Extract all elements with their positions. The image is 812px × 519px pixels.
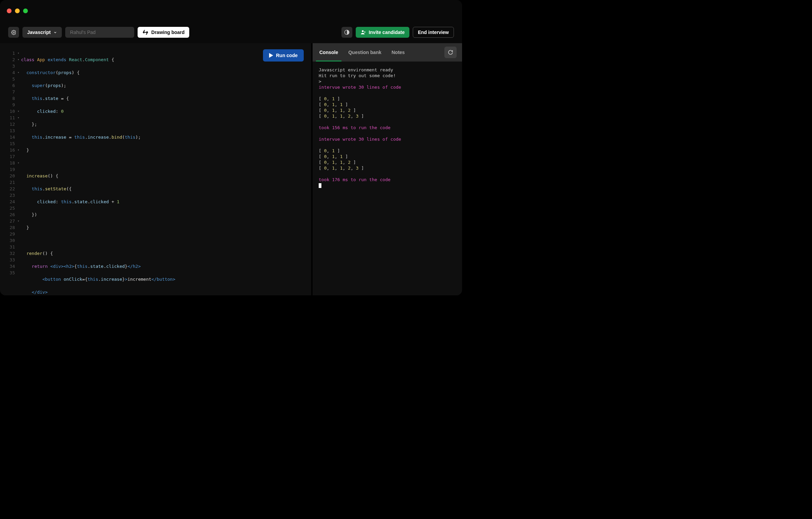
person-add-icon <box>360 30 366 35</box>
minimize-traffic-light[interactable] <box>15 8 20 13</box>
tab-question-bank[interactable]: Question bank <box>347 43 383 62</box>
language-label: Javascript <box>27 30 51 35</box>
svg-point-0 <box>13 32 14 33</box>
drawing-board-button[interactable]: Drawing board <box>138 27 189 38</box>
contrast-icon <box>344 30 350 35</box>
swap-icon <box>142 29 148 35</box>
invite-label: Invite candidate <box>369 30 405 35</box>
code-editor[interactable]: class App extends React.Component { cons… <box>16 43 311 295</box>
pad-name-input[interactable] <box>65 27 134 38</box>
drawing-board-label: Drawing board <box>151 30 184 35</box>
line-gutter: 1234567891011121314151617181920212223242… <box>0 43 16 295</box>
theme-toggle[interactable] <box>341 27 352 38</box>
console-output[interactable]: Javascript environment ready Hit run to … <box>313 62 462 295</box>
chevron-down-icon <box>53 31 57 34</box>
gear-icon <box>11 30 16 35</box>
end-interview-button[interactable]: End interview <box>413 27 454 38</box>
maximize-traffic-light[interactable] <box>23 8 28 13</box>
tab-console[interactable]: Console <box>318 43 339 62</box>
editor-pane: 1234567891011121314151617181920212223242… <box>0 43 311 295</box>
play-icon <box>269 53 273 58</box>
close-traffic-light[interactable] <box>7 8 12 13</box>
toolbar: Javascript Drawing board Invite candidat… <box>0 21 462 43</box>
settings-button[interactable] <box>8 27 19 38</box>
run-code-button[interactable]: Run code <box>263 49 304 62</box>
invite-candidate-button[interactable]: Invite candidate <box>356 27 409 38</box>
language-selector[interactable]: Javascript <box>22 27 62 38</box>
end-label: End interview <box>418 30 449 35</box>
output-pane: Console Question bank Notes Javascript e… <box>311 43 462 295</box>
svg-marker-3 <box>269 53 273 58</box>
refresh-icon <box>448 50 453 55</box>
output-tabs: Console Question bank Notes <box>313 43 462 62</box>
svg-point-2 <box>362 30 364 32</box>
refresh-button[interactable] <box>444 47 457 58</box>
run-label: Run code <box>276 53 298 58</box>
tab-notes[interactable]: Notes <box>390 43 406 62</box>
titlebar <box>0 0 462 21</box>
